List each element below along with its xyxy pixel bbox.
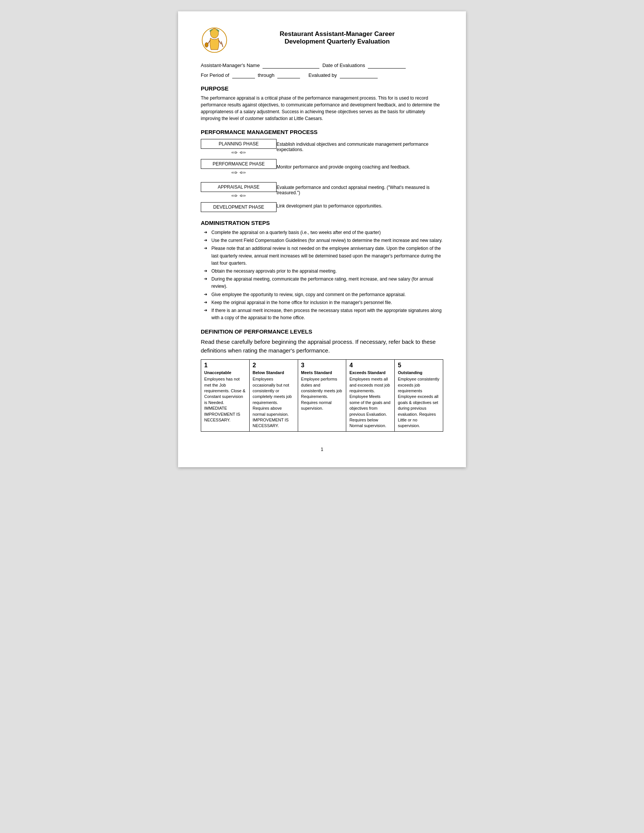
appraisal-arrows: ⇨ ⇦ bbox=[201, 193, 277, 198]
level-4-number: 4 bbox=[349, 362, 391, 369]
performance-desc: Monitor performance and provide ongoing … bbox=[277, 164, 410, 173]
admin-list: Complete the appraisal on a quarterly ba… bbox=[201, 229, 443, 322]
logo-icon bbox=[201, 26, 228, 54]
arrow-left-3: ⇦ bbox=[240, 193, 246, 198]
admin-step-6: Keep the original appraisal in the home … bbox=[204, 299, 443, 306]
manager-name-input[interactable] bbox=[262, 63, 319, 69]
date-label: Date of Evaluations bbox=[322, 63, 365, 68]
performance-phase-wrapper: PERFORMANCE PHASE ⇨ ⇦ bbox=[201, 159, 277, 178]
development-desc: Link development plan to performance opp… bbox=[277, 203, 383, 212]
administration-section: ADMINISTRATION STEPS Complete the apprai… bbox=[201, 220, 443, 322]
performance-phase-box: PERFORMANCE PHASE bbox=[201, 159, 277, 169]
svg-point-4 bbox=[205, 42, 208, 47]
period-to-input[interactable] bbox=[277, 72, 300, 78]
purpose-title: PURPOSE bbox=[201, 85, 443, 92]
level-3-title: Meets Standard bbox=[301, 370, 343, 375]
admin-step-0: Complete the appraisal on a quarterly ba… bbox=[204, 229, 443, 236]
level-5-cell: 5 Outstanding Employee consistently exce… bbox=[395, 360, 443, 432]
level-2-desc: Employees occasionally but not consisten… bbox=[253, 377, 292, 428]
performance-levels-table: 1 Unacceptable Employees has not met the… bbox=[201, 359, 443, 432]
manager-name-label: Assistant-Manager's Name bbox=[201, 63, 260, 68]
fields-section: Assistant-Manager's Name Date of Evaluat… bbox=[201, 63, 443, 78]
arrow-left-2: ⇦ bbox=[240, 170, 246, 175]
period-from-input[interactable] bbox=[232, 72, 255, 78]
development-phase-wrapper: DEVELOPMENT PHASE bbox=[201, 202, 277, 213]
level-2-cell: 2 Below Standard Employees occasionally … bbox=[249, 360, 298, 432]
arrow-right-1: ⇨ bbox=[232, 150, 238, 155]
admin-step-2: Please note that an additional review is… bbox=[204, 245, 443, 267]
logo-area bbox=[201, 26, 231, 55]
evaluated-label: Evaluated by bbox=[308, 72, 337, 78]
page-number: 1 bbox=[201, 447, 443, 452]
level-1-desc: Employees has not met the Job requiremen… bbox=[204, 377, 245, 422]
level-2-number: 2 bbox=[253, 362, 295, 369]
perf-mgmt-title: PERFORMANCE MANAGEMENT PROCESS bbox=[201, 129, 443, 135]
field-line-period: For Period of through Evaluated by bbox=[201, 72, 443, 78]
level-1-title: Unacceptable bbox=[204, 370, 246, 375]
svg-line-5 bbox=[221, 42, 223, 47]
performance-management-section: PERFORMANCE MANAGEMENT PROCESS PLANNING … bbox=[201, 129, 443, 213]
appraisal-phase-box: APPRAISAL PHASE bbox=[201, 182, 277, 192]
development-phase-label: DEVELOPMENT PHASE bbox=[213, 204, 264, 210]
performance-arrows: ⇨ ⇦ bbox=[201, 170, 277, 175]
admin-step-5: Give employee the opportunity to review,… bbox=[204, 291, 443, 298]
process-row-appraisal: APPRAISAL PHASE ⇨ ⇦ Evaluate performance… bbox=[201, 182, 443, 201]
level-2-title: Below Standard bbox=[253, 370, 295, 375]
level-1-number: 1 bbox=[204, 362, 246, 369]
title-area: Restaurant Assistant-Manager Career Deve… bbox=[231, 26, 443, 45]
level-1-cell: 1 Unacceptable Employees has not met the… bbox=[201, 360, 250, 432]
arrow-left-1: ⇦ bbox=[240, 150, 246, 155]
planning-phase-wrapper: PLANNING PHASE ⇨ ⇦ bbox=[201, 139, 277, 158]
definition-title: DEFINITION OF PERFORMANCE LEVELS bbox=[201, 328, 443, 335]
evaluated-by-input[interactable] bbox=[340, 72, 378, 78]
process-row-development: DEVELOPMENT PHASE Link development plan … bbox=[201, 202, 443, 213]
level-4-cell: 4 Exceeds Standard Employees meets all a… bbox=[346, 360, 395, 432]
level-5-desc: Employee consistently exceeds job requir… bbox=[398, 377, 439, 428]
appraisal-phase-label: APPRAISAL PHASE bbox=[218, 184, 259, 190]
field-line-name: Assistant-Manager's Name Date of Evaluat… bbox=[201, 63, 443, 69]
level-4-desc: Employees meets all and exceeds most job… bbox=[349, 377, 390, 428]
level-4-title: Exceeds Standard bbox=[349, 370, 391, 375]
purpose-text: The performance appraisal is a critical … bbox=[201, 95, 443, 122]
planning-arrows: ⇨ ⇦ bbox=[201, 150, 277, 155]
performance-phase-label: PERFORMANCE PHASE bbox=[213, 161, 264, 167]
process-section: PLANNING PHASE ⇨ ⇦ Establish individual … bbox=[201, 139, 443, 213]
purpose-section: PURPOSE The performance appraisal is a c… bbox=[201, 85, 443, 122]
level-3-cell: 3 Meets Standard Employee performs dutie… bbox=[298, 360, 346, 432]
svg-point-1 bbox=[210, 28, 219, 38]
admin-step-3: Obtain the necessary approvals prior to … bbox=[204, 268, 443, 275]
planning-phase-box: PLANNING PHASE bbox=[201, 139, 277, 149]
arrow-right-3: ⇨ bbox=[232, 193, 238, 198]
planning-phase-label: PLANNING PHASE bbox=[219, 141, 258, 146]
main-title-line2: Development Quarterly Evaluation bbox=[231, 38, 443, 45]
level-5-title: Outstanding bbox=[398, 370, 440, 375]
definition-section: DEFINITION OF PERFORMANCE LEVELS Read th… bbox=[201, 328, 443, 432]
admin-step-7: If there is an annual merit increase, th… bbox=[204, 307, 443, 322]
level-3-desc: Employee performs duties and consistentl… bbox=[301, 377, 342, 410]
level-3-number: 3 bbox=[301, 362, 343, 369]
level-5-number: 5 bbox=[398, 362, 440, 369]
process-row-performance: PERFORMANCE PHASE ⇨ ⇦ Monitor performanc… bbox=[201, 159, 443, 178]
page: Restaurant Assistant-Manager Career Deve… bbox=[178, 11, 466, 467]
performance-levels-row: 1 Unacceptable Employees has not met the… bbox=[201, 360, 443, 432]
main-title-line1: Restaurant Assistant-Manager Career bbox=[231, 30, 443, 38]
date-input[interactable] bbox=[368, 63, 406, 69]
appraisal-desc: Evaluate performance and conduct apprais… bbox=[277, 185, 443, 198]
arrow-right-2: ⇨ bbox=[232, 170, 238, 175]
development-phase-box: DEVELOPMENT PHASE bbox=[201, 202, 277, 212]
header: Restaurant Assistant-Manager Career Deve… bbox=[201, 26, 443, 55]
process-row-planning: PLANNING PHASE ⇨ ⇦ Establish individual … bbox=[201, 139, 443, 158]
admin-step-1: Use the current Field Compensation Guide… bbox=[204, 237, 443, 244]
period-label: For Period of bbox=[201, 72, 229, 78]
through-label: through bbox=[258, 72, 274, 78]
planning-desc: Establish individual objectives and comm… bbox=[277, 142, 443, 155]
admin-title: ADMINISTRATION STEPS bbox=[201, 220, 443, 226]
appraisal-phase-wrapper: APPRAISAL PHASE ⇨ ⇦ bbox=[201, 182, 277, 201]
admin-step-4: During the appraisal meeting, communicat… bbox=[204, 276, 443, 290]
definition-intro: Read these carefully before beginning th… bbox=[201, 338, 443, 355]
